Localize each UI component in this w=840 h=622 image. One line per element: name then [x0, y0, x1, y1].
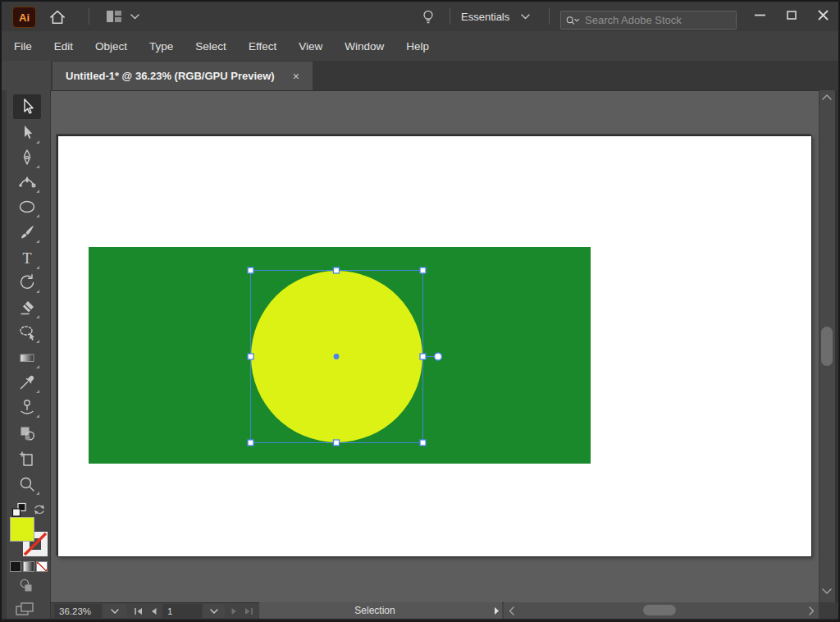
chevron-down-icon: [822, 588, 832, 594]
ellipse-tool-icon: [17, 197, 37, 217]
menu-view[interactable]: View: [299, 40, 322, 53]
arrange-documents-button[interactable]: [103, 8, 125, 25]
eyedropper-tool-icon: [17, 373, 37, 392]
rotate-tool[interactable]: [13, 270, 41, 295]
arrange-documents-chevron[interactable]: [130, 13, 139, 20]
pen-tool-icon: [17, 148, 37, 167]
status-display: Selection: [259, 602, 491, 619]
maximize-icon: [787, 11, 797, 20]
menu-window[interactable]: Window: [345, 40, 384, 53]
chevron-left-icon: [509, 606, 514, 615]
maximize-button[interactable]: [776, 2, 807, 28]
screen-mode-icon: [15, 601, 36, 617]
swap-fill-stroke-icon: [32, 502, 47, 517]
app-logo: Ai: [12, 7, 36, 28]
shape-builder-tool[interactable]: [13, 421, 41, 446]
scroll-down-button[interactable]: [820, 586, 833, 596]
menu-type[interactable]: Type: [149, 40, 173, 53]
status-menu-button[interactable]: [491, 602, 502, 619]
lasso-tool[interactable]: [13, 320, 41, 345]
menu-effect[interactable]: Effect: [249, 40, 276, 53]
app-logo-text: Ai: [19, 11, 30, 24]
paintbrush-tool[interactable]: [13, 220, 41, 245]
previous-artboard-icon: [150, 607, 157, 615]
close-button[interactable]: [807, 2, 838, 28]
chevron-down-icon: [521, 14, 530, 20]
close-icon: [818, 10, 829, 21]
chevron-up-icon: [822, 94, 832, 100]
scroll-left-button[interactable]: [505, 604, 517, 617]
draw-normal-icon: [17, 577, 35, 595]
eraser-tool[interactable]: [13, 295, 41, 320]
puppet-warp-tool[interactable]: [13, 395, 41, 419]
previous-artboard-button[interactable]: [147, 604, 159, 618]
illustrator-window: Ai Essentials: [0, 0, 840, 622]
last-artboard-button[interactable]: [242, 604, 256, 618]
artboard-tool-icon: [17, 449, 37, 469]
type-tool-icon: T: [23, 251, 32, 266]
artboard-number-value: 1: [167, 606, 172, 616]
workspace-menu[interactable]: Essentials: [461, 2, 530, 31]
curvature-tool-icon: [17, 172, 37, 192]
zoom-tool[interactable]: [13, 472, 41, 496]
pen-tool[interactable]: [13, 145, 41, 170]
document-tab-title: Untitled-1* @ 36.23% (RGB/GPU Preview): [66, 70, 275, 82]
menu-object[interactable]: Object: [95, 40, 127, 53]
direct-selection-tool[interactable]: [13, 121, 41, 145]
horizontal-scroll-thumb[interactable]: [643, 605, 676, 615]
next-artboard-icon: [231, 607, 238, 615]
arrow-right-icon: [494, 606, 500, 615]
vertical-scroll-thumb[interactable]: [821, 327, 833, 366]
lasso-tool-icon: [17, 322, 37, 342]
tools-panel-header: »: [2, 61, 51, 90]
none-button[interactable]: [36, 561, 48, 572]
selection-tool[interactable]: [13, 94, 41, 119]
zoom-level-dropdown[interactable]: [103, 604, 126, 618]
tools-panel-edge: [2, 90, 7, 619]
zoom-level-field[interactable]: 36.23%: [54, 604, 102, 618]
artboard-tool[interactable]: [13, 446, 41, 471]
next-artboard-button[interactable]: [228, 604, 240, 618]
menu-help[interactable]: Help: [406, 40, 429, 53]
gradient-tool[interactable]: [13, 345, 41, 370]
type-tool[interactable]: T: [13, 246, 41, 271]
document-tab[interactable]: Untitled-1* @ 36.23% (RGB/GPU Preview) ×: [52, 62, 313, 90]
canvas-area[interactable]: [51, 90, 819, 602]
drawing-mode-button[interactable]: [16, 576, 36, 596]
ellipse-tool[interactable]: [13, 194, 41, 219]
menu-edit[interactable]: Edit: [54, 40, 73, 53]
stock-search-box[interactable]: [560, 11, 737, 30]
scrollbar-corner: [819, 602, 835, 619]
window-edge: [835, 90, 838, 602]
minimize-button[interactable]: [744, 2, 775, 28]
first-artboard-button[interactable]: [131, 604, 145, 618]
search-input[interactable]: [583, 13, 731, 27]
chevron-down-icon: [130, 14, 139, 20]
default-fill-stroke-button[interactable]: [11, 502, 27, 518]
fill-swatch[interactable]: [10, 517, 34, 542]
discover-button[interactable]: [420, 7, 436, 26]
gradient-tool-icon: [17, 348, 37, 368]
scroll-up-button[interactable]: [820, 92, 833, 102]
color-button[interactable]: [10, 561, 21, 572]
home-button[interactable]: [47, 8, 68, 26]
curvature-tool[interactable]: [13, 170, 41, 194]
ellipse-shape-selected[interactable]: [251, 271, 422, 442]
minimize-icon: [755, 14, 765, 16]
swap-fill-stroke-button[interactable]: [32, 502, 47, 517]
eyedropper-tool[interactable]: [13, 370, 41, 395]
artboard-number-field[interactable]: 1: [162, 604, 202, 618]
menu-file[interactable]: File: [14, 40, 32, 53]
screen-mode-button[interactable]: [13, 601, 38, 617]
artboard-dropdown[interactable]: [203, 604, 225, 618]
menu-select[interactable]: Select: [195, 40, 226, 53]
window-edge: [2, 619, 838, 620]
workspace-label: Essentials: [461, 11, 509, 23]
tab-close-button[interactable]: ×: [293, 70, 299, 83]
gradient-button[interactable]: [23, 561, 34, 572]
titlebar-separator: [549, 8, 550, 25]
scroll-right-button[interactable]: [806, 604, 817, 617]
paintbrush-tool-icon: [17, 222, 37, 242]
workspace-switcher-icon: [105, 9, 123, 24]
selection-tool-icon: [17, 97, 37, 117]
